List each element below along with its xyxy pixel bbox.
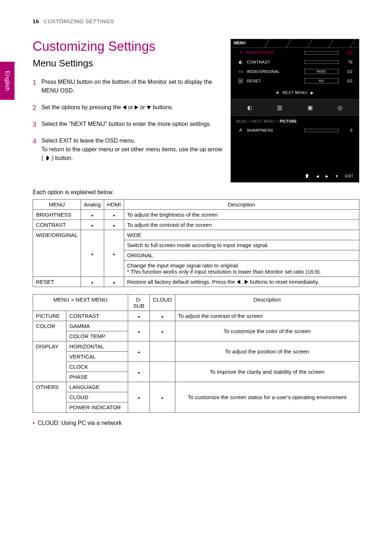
table-row: MENU Analog HDMI Description <box>33 200 359 210</box>
table-row: COLOR GAMMA To customize the color of th… <box>33 321 359 331</box>
dot-icon <box>128 382 150 413</box>
th-menu: MENU > NEXT MENU <box>33 295 128 311</box>
osd-tab-menu: MENU <box>231 39 248 48</box>
up-return-icon <box>305 173 310 179</box>
table-row: CLOCK To improve the clarity and stabili… <box>33 362 359 372</box>
contrast-icon: ◐ <box>237 60 244 65</box>
osd-bottom-nav: ◀ ▶ ▼ EXIT <box>231 171 359 179</box>
dot-icon <box>150 382 175 413</box>
table-row: OTHERS LANGUAGE To customize the screen … <box>33 382 359 392</box>
running-head-text: CUSTOMIZING SETTINGS <box>44 18 114 24</box>
language-tab-label: English <box>4 71 11 91</box>
nav-dpad-icon: ✥ <box>276 91 279 95</box>
right-arrow-icon: ▶ <box>326 174 328 178</box>
dot-icon <box>81 277 104 287</box>
reset-icon: R <box>238 79 243 83</box>
osd-tab-divider <box>248 39 359 48</box>
osd-mockup: MENU ☀ BRIGHTNESS 100 ◐ CONTRAST 70 ▭ <box>230 39 359 183</box>
dot-icon <box>128 311 150 321</box>
category-contrast-icon: ◐ <box>244 102 256 112</box>
left-arrow-icon <box>237 280 240 284</box>
category-others-icon: ◎ <box>334 102 346 112</box>
dot-icon <box>128 362 150 382</box>
steps-list: Press MENU button on the bottom of the M… <box>33 78 223 163</box>
category-picture-icon: ▥ <box>274 102 286 112</box>
step-4: Select EXIT to leave the OSD menu. To re… <box>33 136 223 163</box>
right-arrow-icon <box>245 280 248 284</box>
table-row: MENU > NEXT MENU D-SUB CLOUD Description <box>33 295 359 311</box>
th-desc: Description <box>175 295 359 311</box>
dot-icon <box>81 210 104 220</box>
table-row: WIDE/ORIGINAL WIDE <box>33 230 359 240</box>
dot-icon <box>150 311 175 321</box>
step-1: Press MENU button on the bottom of the M… <box>33 78 223 95</box>
osd-breadcrumb: MENU > NEXT MENU > PICTURE <box>231 116 359 126</box>
menu-table: MENU Analog HDMI Description BRIGHTNESS … <box>33 199 359 287</box>
up-return-icon <box>45 156 50 161</box>
dot-icon <box>128 341 150 362</box>
brightness-slider <box>304 51 339 54</box>
dot-icon <box>104 277 124 287</box>
table-row: BRIGHTNESS To adjust the brightness of t… <box>33 210 359 220</box>
osd-row-sharpness: A SHARPNESS 5 <box>231 126 359 135</box>
dot-icon <box>104 220 124 230</box>
section-title: Customizing Settings <box>33 39 223 54</box>
table-row: DISPLAY HORIZONTAL To adjust the positio… <box>33 341 359 352</box>
dot-icon <box>81 230 104 277</box>
step-3: Select the "NEXT MENU" button to enter t… <box>33 120 223 128</box>
osd-row-wide: ▭ WIDE/ORIGINAL WIDE 1/2 <box>231 67 359 76</box>
dot-icon <box>150 321 175 341</box>
brightness-icon: ☀ <box>237 50 244 55</box>
th-hdmi: HDMI <box>104 200 124 210</box>
down-arrow-icon <box>147 106 151 110</box>
th-menu: MENU <box>33 200 81 210</box>
language-tab: English <box>0 62 15 100</box>
left-arrow-icon <box>123 105 126 110</box>
osd-row-reset: R RESET NO 1/2 <box>231 76 359 86</box>
table-row: CONTRAST To adjust the contrast of the s… <box>33 220 359 230</box>
exit-label: EXIT <box>345 174 353 178</box>
down-arrow-icon: ▼ <box>335 174 339 178</box>
dot-icon <box>128 321 150 341</box>
contrast-slider <box>304 61 339 64</box>
th-desc: Description <box>124 200 359 210</box>
osd-row-contrast: ◐ CONTRAST 70 <box>231 57 359 67</box>
table-row: RESET Restore all factory default settin… <box>33 277 359 287</box>
right-arrow-icon <box>135 105 138 110</box>
right-arrow-icon: ▶ <box>311 91 314 95</box>
footnote: CLOUD: Using PC via a network <box>33 420 359 426</box>
running-head: 16 CUSTOMIZING SETTINGS <box>33 18 359 24</box>
osd-next-menu: ✥ NEXT MENU ▶ <box>231 86 359 99</box>
th-cloud: CLOUD <box>150 295 175 311</box>
dot-icon <box>81 220 104 230</box>
th-dsub: D-SUB <box>128 295 150 311</box>
osd-row-brightness: ☀ BRIGHTNESS 100 <box>231 48 359 57</box>
next-menu-table: MENU > NEXT MENU D-SUB CLOUD Description… <box>33 294 359 413</box>
table-row: PICTURE CONTRAST To adjust the contrast … <box>33 311 359 321</box>
th-analog: Analog <box>81 200 104 210</box>
aspect-icon: ▭ <box>237 69 244 74</box>
dot-icon <box>104 210 124 220</box>
step-2: Set the options by pressing the or or bu… <box>33 103 223 112</box>
sharpness-slider <box>304 129 339 132</box>
explain-text: Each option is explained below. <box>33 189 359 196</box>
page-number: 16 <box>33 18 39 24</box>
dot-icon <box>104 230 124 277</box>
subsection-title: Menu Settings <box>33 58 223 69</box>
osd-category-icons: ◐ ▥ ▣ ◎ <box>231 99 359 116</box>
left-arrow-icon: ◀ <box>316 174 319 178</box>
category-display-icon: ▣ <box>304 102 316 112</box>
sharpness-icon: A <box>237 128 244 133</box>
